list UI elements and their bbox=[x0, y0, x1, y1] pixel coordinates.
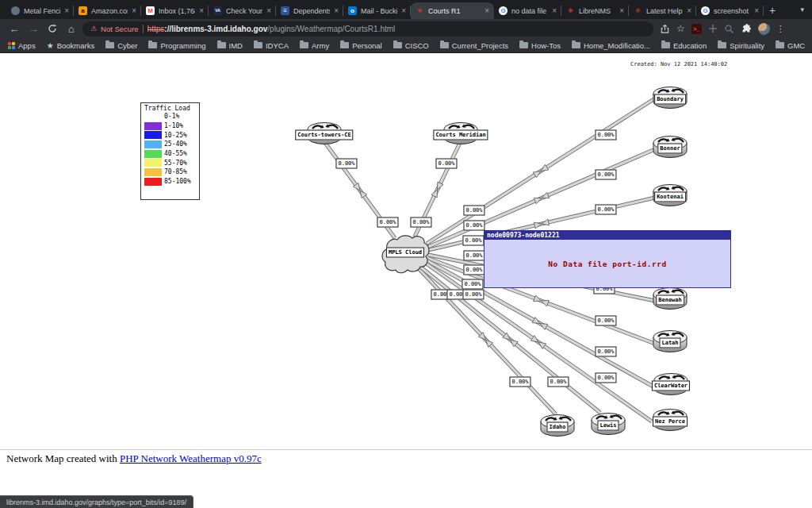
folder-icon bbox=[440, 42, 449, 48]
bookmark-item-home-modificatio[interactable]: Home_Modificatio... bbox=[572, 41, 650, 50]
browser-tab-check-your-p[interactable]: VACheck Your P× bbox=[209, 2, 276, 19]
tab-close-icon[interactable]: × bbox=[64, 6, 69, 15]
bookmark-item-bookmarks[interactable]: ★Bookmarks bbox=[47, 41, 94, 50]
map-node-label-latah[interactable]: Latah bbox=[659, 338, 680, 348]
map-node-label-idaho[interactable]: Idaho bbox=[546, 422, 568, 433]
map-node-label-nez-perce[interactable]: Nez Perce bbox=[653, 417, 688, 427]
map-node-label-mpls-cloud[interactable]: MPLS Cloud bbox=[386, 248, 424, 258]
dim-extension-icon[interactable] bbox=[708, 24, 718, 33]
link-percentage-label[interactable]: 0.00% bbox=[595, 316, 616, 326]
home-button[interactable]: ⌂ bbox=[63, 21, 79, 37]
browser-tab-dependents[interactable]: ≡Dependents -× bbox=[276, 2, 343, 19]
bookmark-label: Cyber bbox=[117, 41, 137, 50]
bookmark-item-current-projects[interactable]: Current_Projects bbox=[440, 41, 508, 50]
bookmark-item-army[interactable]: Army bbox=[300, 41, 329, 50]
tab-close-icon[interactable]: × bbox=[266, 6, 271, 15]
bookmark-star-icon[interactable]: ☆ bbox=[676, 23, 685, 34]
link-percentage-label[interactable]: 0.00% bbox=[335, 159, 357, 169]
map-node-label-courts-meridian[interactable]: Courts Meridian bbox=[433, 130, 488, 140]
link-percentage-label[interactable]: 0.00% bbox=[462, 290, 484, 300]
map-node-label-courts-towers-ce[interactable]: Courts-towers-CE bbox=[295, 130, 353, 140]
weathermap-link[interactable]: PHP Network Weathermap v0.97c bbox=[120, 452, 262, 464]
legend-label: 55-70% bbox=[164, 160, 187, 167]
map-node-label-kootenai[interactable]: Kootenai bbox=[654, 192, 686, 202]
tab-close-icon[interactable]: × bbox=[485, 6, 489, 15]
browser-tab-librenms[interactable]: ✳LibreNMS× bbox=[561, 2, 629, 19]
map-node-label-benewah[interactable]: Benewah bbox=[656, 295, 684, 306]
legend-swatch bbox=[144, 168, 162, 176]
legend-label: 1-10% bbox=[164, 122, 183, 129]
reload-button[interactable] bbox=[44, 21, 60, 37]
tab-title: Mail - Bucking bbox=[361, 7, 397, 15]
link-percentage-label[interactable]: 0.00% bbox=[463, 251, 485, 261]
bookmark-item-idyca[interactable]: IDYCA bbox=[254, 41, 289, 50]
browser-tab-latest-help-t[interactable]: ✳Latest Help t× bbox=[629, 2, 696, 19]
bookmark-item-cyber[interactable]: Cyber bbox=[105, 41, 137, 50]
tab-close-icon[interactable]: × bbox=[132, 6, 136, 15]
map-node-label-lewis[interactable]: Lewis bbox=[597, 421, 619, 431]
link-percentage-label[interactable]: 0.00% bbox=[463, 206, 485, 216]
terminal-extension-icon[interactable]: >_ bbox=[691, 24, 702, 34]
tab-close-icon[interactable]: × bbox=[334, 6, 339, 15]
link-percentage-label[interactable]: 0.00% bbox=[462, 279, 483, 290]
bookmark-item-how-tos[interactable]: How-Tos bbox=[519, 41, 561, 50]
bookmark-item-spirituality[interactable]: Spirituality bbox=[718, 41, 764, 50]
folder-icon bbox=[217, 42, 226, 48]
link-percentage-label[interactable]: 0.00% bbox=[463, 221, 485, 231]
link-percentage-label[interactable]: 0.00% bbox=[595, 130, 616, 140]
browser-tab-inbox-1-768[interactable]: MInbox (1,768)× bbox=[141, 2, 209, 19]
link-percentage-label[interactable]: 0.00% bbox=[509, 377, 530, 387]
link-percentage-label[interactable]: 0.00% bbox=[595, 170, 616, 180]
weathermap-page: Created: Nov 12 2021 14:40:02 Courts-tow… bbox=[0, 53, 812, 508]
share-icon[interactable] bbox=[660, 24, 670, 34]
tab-close-icon[interactable]: × bbox=[687, 6, 691, 15]
legend-row: 25-40% bbox=[144, 140, 199, 149]
link-percentage-label[interactable]: 0.00% bbox=[435, 159, 457, 169]
bookmark-item-imd[interactable]: IMD bbox=[217, 41, 243, 50]
bookmark-item-personal[interactable]: Personal bbox=[340, 41, 382, 50]
map-node-label-clearwater[interactable]: ClearWater bbox=[652, 381, 690, 391]
browser-tab-no-data-file-p[interactable]: Gno data file p× bbox=[494, 2, 561, 19]
browser-tab-mail-bucking[interactable]: oMail - Bucking× bbox=[343, 2, 411, 19]
bookmark-item-apps[interactable]: Apps bbox=[8, 41, 36, 50]
tab-close-icon[interactable]: × bbox=[754, 6, 759, 15]
browser-tab-screenshot-m[interactable]: Gscreenshot m× bbox=[696, 2, 764, 19]
link-percentage-label[interactable]: 0.00% bbox=[462, 236, 484, 246]
tab-close-icon[interactable]: × bbox=[199, 6, 204, 15]
tab-close-icon[interactable]: × bbox=[619, 6, 624, 15]
bookmark-item-education[interactable]: Education bbox=[661, 41, 707, 50]
tab-title: Inbox (1,768) bbox=[159, 7, 195, 15]
link-percentage-label[interactable]: 0.00% bbox=[547, 377, 569, 387]
extensions-puzzle-icon[interactable] bbox=[741, 23, 752, 34]
back-button[interactable]: ← bbox=[6, 21, 22, 37]
legend-title: Traffic Load bbox=[144, 105, 199, 112]
link-percentage-label[interactable]: 0.00% bbox=[463, 265, 485, 275]
map-link[interactable] bbox=[427, 98, 655, 244]
bookmark-item-cisco[interactable]: CISCO bbox=[393, 41, 429, 50]
bookmark-item-programming[interactable]: Programming bbox=[148, 41, 205, 50]
link-percentage-label[interactable]: 0.00% bbox=[595, 347, 616, 357]
link-percentage-label[interactable]: 0.00% bbox=[595, 373, 616, 383]
forward-button[interactable]: → bbox=[25, 21, 41, 37]
profile-avatar[interactable] bbox=[758, 23, 770, 35]
magnifier-extension-icon[interactable] bbox=[724, 24, 734, 34]
browser-tab-metal-fencing[interactable]: Metal Fencing× bbox=[6, 2, 74, 19]
tab-close-icon[interactable]: × bbox=[401, 6, 406, 15]
bookmark-item-gmc[interactable]: GMC bbox=[776, 41, 805, 50]
tab-close-icon[interactable]: × bbox=[552, 6, 557, 15]
browser-tab-courts-r1[interactable]: ✳Courts R1× bbox=[411, 2, 494, 19]
browser-menu-icon[interactable]: ⋮ bbox=[776, 24, 785, 34]
tab-favicon: ✳ bbox=[566, 6, 575, 15]
map-node-label-bonner[interactable]: Bonner bbox=[657, 144, 682, 154]
link-percentage-label[interactable]: 0.00% bbox=[595, 205, 616, 215]
tab-search-chevron-icon[interactable]: ▾ bbox=[800, 6, 804, 13]
new-tab-button[interactable]: + bbox=[764, 2, 781, 19]
link-percentage-label[interactable]: 0.00% bbox=[410, 217, 431, 228]
address-bar[interactable]: ⚠ Not Secure https://librenms-3.imd.idah… bbox=[82, 21, 653, 37]
map-node-label-boundary[interactable]: Boundary bbox=[654, 94, 686, 105]
url-text: https://librenms-3.imd.idaho.gov/plugins… bbox=[147, 25, 396, 33]
browser-tab-amazon-com[interactable]: aAmazon.com.× bbox=[74, 2, 141, 19]
bookmark-label: Army bbox=[312, 41, 329, 50]
link-percentage-label[interactable]: 0.00% bbox=[377, 217, 398, 228]
legend-label: 40-55% bbox=[164, 150, 187, 157]
